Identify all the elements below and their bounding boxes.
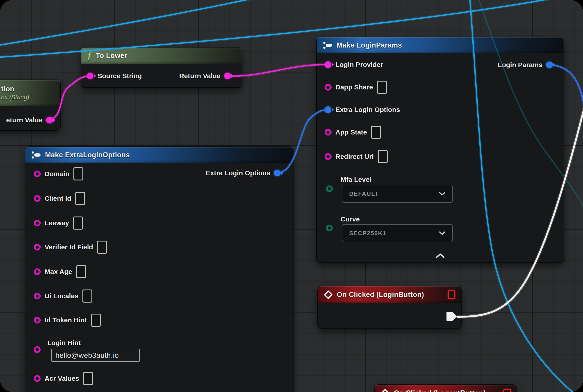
dapp-share-checkbox[interactable]	[377, 81, 387, 94]
collapse-node-chevron-icon[interactable]	[435, 253, 445, 258]
exec-output-pin[interactable]	[446, 312, 457, 321]
node-title-fragment: tion	[1, 85, 29, 93]
verifier-id-field-label: Verifier Id Field	[44, 243, 93, 251]
node-title: On Clicked (LoginButton)	[337, 290, 424, 299]
app-state-label: App State	[336, 128, 367, 136]
wire-tolower-to-login-provider	[228, 65, 328, 76]
mfa-level-input-pin[interactable]	[326, 186, 333, 192]
wire-tolower-to-login-provider	[228, 65, 328, 76]
redirect-url-input-pin[interactable]	[324, 153, 331, 160]
return-value-output-pin[interactable]	[224, 72, 231, 79]
login-provider-label: Login Provider	[336, 61, 383, 68]
max-age-label: Max Age	[44, 268, 72, 276]
node-title: Make ExtraLoginOptions	[45, 151, 130, 159]
app-state-input-pin[interactable]	[324, 129, 331, 136]
login-provider-input-pin[interactable]	[324, 61, 331, 68]
chevron-down-icon	[439, 192, 446, 196]
node-title: On Clicked (LogoutButton)	[394, 389, 486, 392]
client-id-checkbox[interactable]	[75, 192, 85, 205]
extra-login-options-output-pin[interactable]	[274, 170, 281, 176]
blueprint-graph-canvas[interactable]: tion ox (String) eturn Value ƒ To Lower …	[0, 0, 583, 392]
login-hint-text-input[interactable]: hello@web3auth.io	[51, 349, 140, 362]
return-value-output-pin[interactable]	[46, 117, 53, 124]
node-title: Make LoginParams	[336, 41, 402, 49]
id-token-hint-checkbox[interactable]	[91, 314, 101, 327]
client-id-label: Client Id	[44, 195, 71, 202]
login-params-output-label: Login Params	[498, 61, 542, 69]
node-on-clicked-logout-button[interactable]: On Clicked (LogoutButton)	[375, 385, 517, 392]
extra-login-options-output-label: Extra Login Options	[206, 169, 270, 177]
login-hint-label: Login Hint	[47, 339, 81, 347]
acr-values-checkbox[interactable]	[83, 372, 93, 385]
domain-checkbox[interactable]	[74, 168, 83, 180]
domain-input-pin[interactable]	[34, 170, 40, 177]
chevron-down-icon	[439, 231, 446, 235]
curve-label: Curve	[340, 215, 360, 223]
login-params-output-pin[interactable]	[546, 62, 553, 68]
leeway-label: Leeway	[44, 219, 69, 227]
function-icon: ƒ	[87, 51, 92, 60]
node-make-login-params[interactable]: Make LoginParams Login Provider Login Pa…	[317, 37, 564, 262]
acr-values-label: Acr Values	[44, 375, 79, 382]
dapp-share-label: Dapp Share	[336, 83, 373, 91]
id-token-hint-input-pin[interactable]	[34, 317, 40, 324]
node-title: To Lower	[96, 52, 127, 60]
curve-input-pin[interactable]	[326, 224, 333, 231]
wire-cyan-background-1	[0, 0, 261, 46]
ui-locales-label: Ui Locales	[44, 292, 78, 300]
max-age-input-pin[interactable]	[34, 268, 40, 275]
node-make-extra-login-options[interactable]: Make ExtraLoginOptions Domain Extra Logi…	[25, 147, 293, 392]
verifier-id-field-checkbox[interactable]	[97, 240, 107, 254]
source-string-label: Source String	[98, 72, 142, 80]
domain-label: Domain	[44, 170, 70, 178]
node-to-lower[interactable]: ƒ To Lower Source String Return Value	[81, 48, 242, 88]
app-state-checkbox[interactable]	[371, 126, 381, 139]
ui-locales-input-pin[interactable]	[34, 293, 40, 300]
make-struct-icon	[31, 150, 41, 160]
verifier-id-field-input-pin[interactable]	[34, 244, 40, 250]
event-bound-badge-icon	[503, 388, 511, 392]
max-age-checkbox[interactable]	[76, 265, 86, 278]
extra-login-options-label: Extra Login Options	[336, 106, 400, 114]
node-subtitle-fragment: ox (String)	[1, 94, 29, 101]
event-diamond-icon	[381, 388, 390, 392]
acr-values-input-pin[interactable]	[34, 375, 40, 382]
node-on-clicked-login-button[interactable]: On Clicked (LoginButton)	[318, 286, 461, 328]
ui-locales-checkbox[interactable]	[82, 290, 92, 302]
return-value-label: eturn Value	[6, 116, 42, 124]
redirect-url-label: Redirect Url	[336, 153, 374, 160]
mfa-level-label: Mfa Level	[340, 176, 372, 184]
login-hint-input-pin[interactable]	[34, 346, 40, 353]
curve-dropdown[interactable]: SECP256K1	[342, 224, 453, 242]
redirect-url-checkbox[interactable]	[378, 150, 388, 163]
wire-cyan-background-1	[0, 0, 261, 46]
node-string-function-partial[interactable]: tion ox (String) eturn Value	[0, 80, 60, 130]
leeway-checkbox[interactable]	[73, 216, 83, 230]
mfa-level-dropdown[interactable]: DEFAULT	[342, 185, 453, 203]
mfa-level-value: DEFAULT	[349, 190, 379, 197]
make-struct-icon	[322, 41, 332, 50]
event-diamond-icon	[324, 290, 333, 299]
event-bound-badge-icon	[448, 290, 455, 299]
client-id-input-pin[interactable]	[34, 195, 40, 202]
return-value-label: Return Value	[179, 72, 220, 80]
dapp-share-input-pin[interactable]	[324, 84, 331, 90]
source-string-input-pin[interactable]	[87, 72, 94, 79]
curve-value: SECP256K1	[349, 230, 386, 237]
id-token-hint-label: Id Token Hint	[44, 316, 87, 324]
leeway-input-pin[interactable]	[34, 220, 40, 226]
extra-login-options-input-pin[interactable]	[324, 106, 331, 113]
